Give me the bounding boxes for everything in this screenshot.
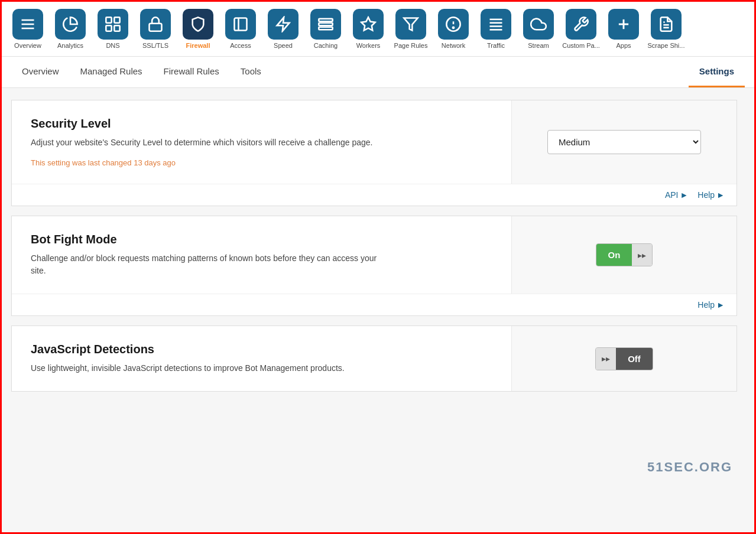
svg-rect-3 (106, 17, 111, 22)
nav-item-analytics[interactable]: Analytics (50, 6, 90, 51)
nav-label-analytics: Analytics (57, 42, 83, 49)
security-level-api-link[interactable]: API ► (665, 190, 688, 200)
sub-navigation: OverviewManaged RulesFirewall RulesTools… (2, 57, 754, 88)
js-detections-toggle-btn: ▸▸ Off (595, 347, 653, 370)
subnav-overview[interactable]: Overview (11, 57, 70, 87)
js-detections-off-button[interactable]: Off (616, 348, 653, 370)
bot-fight-mode-toggle-btn: On ▸▸ (596, 243, 653, 266)
nav-item-custom-pages[interactable]: Custom Pa... (561, 6, 601, 51)
bot-fight-mode-footer: Help ► (12, 294, 736, 315)
nav-label-speed: Speed (274, 42, 293, 49)
security-level-card: Security Level Adjust your website's Sec… (11, 100, 737, 206)
security-level-help-link[interactable]: Help ► (697, 190, 725, 200)
watermark: 51SEC.ORG (647, 460, 732, 475)
js-detections-toggle: ▸▸ Off (595, 347, 653, 370)
svg-marker-15 (404, 18, 417, 31)
access-icon (225, 9, 256, 40)
analytics-icon (55, 9, 86, 40)
nav-label-page-rules: Page Rules (394, 42, 428, 49)
bot-fight-mode-toggle: On ▸▸ (596, 243, 653, 266)
top-navigation: OverviewAnalyticsDNSSSL/TLSFirewallAcces… (2, 2, 754, 57)
nav-label-apps: Apps (616, 42, 631, 49)
caching-icon (310, 9, 341, 40)
security-level-changed: This setting was last changed 13 days ag… (31, 158, 492, 167)
nav-label-overview: Overview (14, 42, 41, 49)
svg-marker-14 (361, 17, 375, 30)
security-level-title: Security Level (31, 117, 492, 131)
network-icon (438, 9, 469, 40)
js-detections-left: JavaScript Detections Use lightweight, i… (12, 326, 512, 391)
custom-pages-icon (566, 9, 596, 40)
nav-item-network[interactable]: Network (433, 6, 473, 51)
page-rules-icon (395, 9, 426, 40)
arrow-right-icon: ► (680, 190, 688, 200)
bot-fight-mode-left: Bot Fight Mode Challenge and/or block re… (12, 216, 512, 294)
subnav-firewall-rules[interactable]: Firewall Rules (153, 57, 230, 87)
nav-item-traffic[interactable]: Traffic (476, 6, 516, 51)
main-content: Security Level Adjust your website's Sec… (2, 88, 747, 403)
svg-rect-7 (150, 24, 162, 31)
nav-item-speed[interactable]: Speed (263, 6, 303, 51)
svg-rect-6 (114, 25, 119, 31)
traffic-icon (481, 9, 511, 40)
bot-fight-mode-help-link[interactable]: Help ► (697, 300, 725, 310)
nav-label-stream: Stream (528, 42, 549, 49)
bot-fight-mode-card: Bot Fight Mode Challenge and/or block re… (11, 216, 737, 316)
nav-label-network: Network (442, 42, 465, 49)
subnav-settings[interactable]: Settings (689, 57, 745, 87)
svg-point-18 (453, 27, 454, 28)
nav-item-workers[interactable]: Workers (348, 6, 388, 51)
svg-rect-12 (319, 23, 332, 26)
security-level-right: Essentially OffLowMediumHighI'm Under At… (512, 100, 736, 184)
nav-item-access[interactable]: Access (220, 6, 261, 51)
svg-marker-10 (277, 17, 290, 31)
nav-item-page-rules[interactable]: Page Rules (391, 6, 431, 51)
svg-rect-11 (319, 19, 332, 22)
subnav-managed-rules[interactable]: Managed Rules (70, 57, 153, 87)
ssl-tls-icon (140, 9, 171, 40)
bot-fight-mode-arrow-button[interactable]: ▸▸ (632, 244, 652, 266)
nav-item-overview[interactable]: Overview (8, 6, 48, 51)
svg-rect-8 (235, 18, 247, 31)
js-detections-title: JavaScript Detections (31, 343, 492, 356)
svg-rect-4 (114, 17, 119, 22)
security-level-select[interactable]: Essentially OffLowMediumHighI'm Under At… (547, 130, 701, 154)
bot-fight-mode-right: On ▸▸ (512, 216, 736, 294)
security-level-description: Adjust your website's Security Level to … (31, 136, 385, 149)
nav-label-custom-pages: Custom Pa... (562, 42, 600, 49)
nav-label-access: Access (230, 42, 251, 49)
nav-item-stream[interactable]: Stream (518, 6, 559, 51)
js-detections-description: Use lightweight, invisible JavaScript de… (31, 362, 385, 375)
nav-label-workers: Workers (356, 42, 381, 49)
firewall-icon (183, 9, 213, 40)
arrow-right-icon-3: ► (716, 300, 725, 310)
overview-icon (12, 9, 43, 40)
speed-icon (268, 9, 298, 40)
nav-label-firewall: Firewall (186, 42, 210, 49)
nav-label-caching: Caching (314, 42, 338, 49)
bot-fight-mode-description: Challenge and/or block requests matching… (31, 252, 385, 277)
nav-item-caching[interactable]: Caching (306, 6, 346, 51)
dns-icon (98, 9, 128, 40)
bot-fight-mode-title: Bot Fight Mode (31, 233, 492, 246)
svg-rect-5 (106, 25, 111, 31)
nav-label-ssl-tls: SSL/TLS (142, 42, 168, 49)
security-level-footer: API ► Help ► (12, 184, 736, 206)
bot-fight-mode-on-button[interactable]: On (596, 244, 632, 266)
js-detections-card: JavaScript Detections Use lightweight, i… (11, 325, 737, 392)
nav-label-dns: DNS (106, 42, 119, 49)
workers-icon (353, 9, 384, 40)
nav-label-traffic: Traffic (487, 42, 505, 49)
nav-item-firewall[interactable]: Firewall (178, 6, 218, 51)
security-level-left: Security Level Adjust your website's Sec… (12, 100, 512, 184)
scrape-shield-icon (651, 9, 682, 40)
nav-item-scrape-shield[interactable]: Scrape Shi... (646, 6, 686, 51)
nav-label-scrape-shield: Scrape Shi... (648, 42, 685, 49)
stream-icon (523, 9, 554, 40)
nav-item-apps[interactable]: Apps (603, 6, 644, 51)
nav-item-ssl-tls[interactable]: SSL/TLS (135, 6, 176, 51)
nav-item-dns[interactable]: DNS (93, 6, 133, 51)
js-detections-right: ▸▸ Off (512, 326, 736, 391)
js-detections-arrow-button[interactable]: ▸▸ (596, 348, 616, 370)
subnav-tools[interactable]: Tools (230, 57, 272, 87)
